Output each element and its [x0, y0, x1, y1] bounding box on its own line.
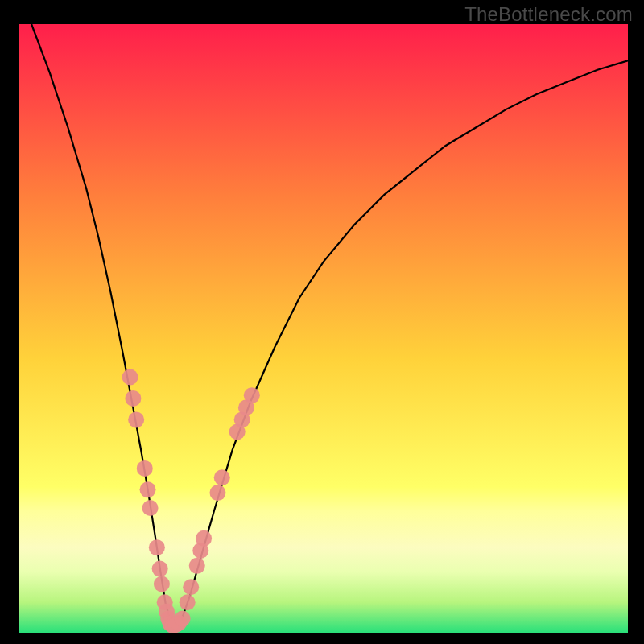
- data-marker: [154, 576, 170, 592]
- data-marker: [209, 485, 225, 501]
- data-marker: [214, 469, 230, 485]
- plot-area: [19, 24, 628, 633]
- data-marker: [183, 579, 199, 595]
- data-marker: [137, 460, 153, 477]
- bottleneck-chart-svg: [19, 24, 628, 633]
- data-marker: [125, 390, 141, 407]
- data-marker: [140, 481, 156, 497]
- gradient-background: [19, 24, 628, 633]
- data-marker: [152, 561, 168, 577]
- data-marker: [122, 369, 138, 385]
- data-marker: [128, 411, 144, 427]
- data-marker: [189, 558, 205, 574]
- data-marker: [244, 387, 260, 403]
- data-marker: [142, 500, 159, 516]
- chart-frame: TheBottleneck.com: [0, 0, 644, 644]
- watermark-text: TheBottleneck.com: [464, 3, 633, 26]
- data-marker: [196, 530, 212, 547]
- data-marker: [180, 594, 196, 610]
- data-marker: [149, 539, 165, 555]
- data-marker: [175, 611, 191, 627]
